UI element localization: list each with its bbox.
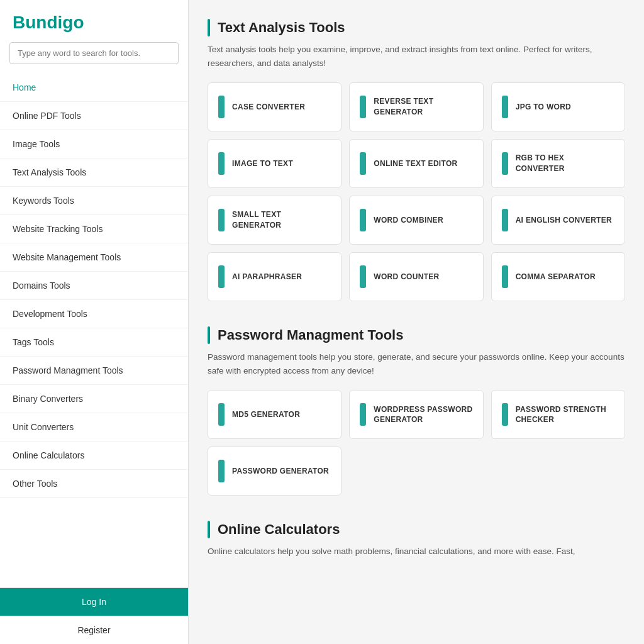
- logo-area: Bundigo: [0, 0, 188, 42]
- tool-card-label: RGB TO HEX CONVERTER: [516, 153, 614, 174]
- main-content: Text Analysis ToolsText analysis tools h…: [189, 0, 644, 644]
- tool-card-label: CASE CONVERTER: [232, 102, 305, 113]
- tool-card-icon: [502, 152, 508, 175]
- tool-grid-password-mgmt: MD5 GENERATORWORDPRESS PASSWORD GENERATO…: [208, 390, 625, 496]
- tool-card-label: IMAGE TO TEXT: [232, 158, 293, 169]
- tool-card-icon: [218, 460, 225, 482]
- sidebar-item-online-calculators[interactable]: Online Calculators: [0, 441, 188, 470]
- tool-card-icon: [502, 96, 508, 118]
- logo-prefix: Bun: [13, 13, 47, 32]
- tool-card-icon: [218, 403, 225, 426]
- tool-card-md5-generator[interactable]: MD5 GENERATOR: [208, 390, 341, 439]
- tool-card-label: SMALL TEXT GENERATOR: [232, 209, 331, 231]
- section-password-mgmt: Password Managment ToolsPassword managem…: [208, 326, 625, 496]
- sidebar-item-text-analysis-tools[interactable]: Text Analysis Tools: [0, 158, 188, 187]
- tool-card-ai-paraphraser[interactable]: AI PARAPHRASER: [208, 252, 341, 301]
- tool-card-label: ONLINE TEXT EDITOR: [374, 158, 457, 169]
- tool-card-label: REVERSE TEXT GENERATOR: [374, 96, 472, 118]
- sidebar-item-image-tools[interactable]: Image Tools: [0, 130, 188, 158]
- tool-grid-text-analysis: CASE CONVERTERREVERSE TEXT GENERATORJPG …: [208, 82, 625, 301]
- sidebar-item-password-managment-tools[interactable]: Password Managment Tools: [0, 357, 188, 385]
- tool-card-icon: [502, 403, 508, 426]
- tool-card-reverse-text-generator[interactable]: REVERSE TEXT GENERATOR: [349, 82, 483, 131]
- section-bar-icon: [208, 521, 210, 538]
- tool-card-label: WORD COUNTER: [374, 272, 439, 282]
- tool-card-password-strength-checker[interactable]: PASSWORD STRENGTH CHECKER: [491, 390, 625, 439]
- sidebar: Bundigo HomeOnline PDF ToolsImage ToolsT…: [0, 0, 189, 644]
- tool-card-word-combiner[interactable]: WORD COMBINER: [349, 196, 483, 245]
- sidebar-item-online-pdf-tools[interactable]: Online PDF Tools: [0, 102, 188, 130]
- section-bar-icon: [208, 326, 210, 344]
- search-box: [9, 42, 179, 64]
- section-desc-text-analysis: Text analysis tools help you examine, im…: [208, 43, 625, 70]
- logo-suffix: digo: [47, 13, 84, 32]
- sidebar-item-tags-tools[interactable]: Tags Tools: [0, 328, 188, 357]
- tool-card-label: AI ENGLISH CONVERTER: [516, 215, 612, 226]
- tool-card-comma-separator[interactable]: COMMA SEPARATOR: [491, 252, 625, 301]
- tool-card-label: COMMA SEPARATOR: [516, 272, 596, 282]
- section-desc-password-mgmt: Password management tools help you store…: [208, 350, 625, 377]
- section-bar-icon: [208, 19, 210, 36]
- section-header-online-calc: Online Calculators: [208, 521, 625, 538]
- sidebar-item-unit-converters[interactable]: Unit Converters: [0, 413, 188, 441]
- sidebar-item-website-tracking-tools[interactable]: Website Tracking Tools: [0, 215, 188, 243]
- tool-card-icon: [360, 209, 366, 231]
- sidebar-item-other-tools[interactable]: Other Tools: [0, 470, 188, 498]
- tool-card-icon: [360, 403, 366, 426]
- sidebar-item-domains-tools[interactable]: Domains Tools: [0, 272, 188, 300]
- section-text-analysis: Text Analysis ToolsText analysis tools h…: [208, 19, 625, 301]
- tool-card-icon: [218, 96, 225, 118]
- tool-card-icon: [360, 96, 366, 118]
- section-title-password-mgmt: Password Managment Tools: [218, 327, 403, 343]
- section-online-calc: Online CalculatorsOnline calculators hel…: [208, 521, 625, 558]
- auth-buttons: Log In Register: [0, 587, 188, 644]
- register-button[interactable]: Register: [0, 616, 188, 644]
- tool-card-label: PASSWORD GENERATOR: [232, 466, 329, 477]
- tool-card-label: WORD COMBINER: [374, 215, 443, 226]
- sidebar-item-home[interactable]: Home: [0, 74, 188, 102]
- sidebar-item-development-tools[interactable]: Development Tools: [0, 300, 188, 328]
- tool-card-wordpress-password-generator[interactable]: WORDPRESS PASSWORD GENERATOR: [349, 390, 483, 439]
- tool-card-label: WORDPRESS PASSWORD GENERATOR: [374, 404, 472, 426]
- login-button[interactable]: Log In: [0, 588, 188, 616]
- sidebar-item-binary-converters[interactable]: Binary Converters: [0, 385, 188, 413]
- tool-card-icon: [360, 265, 366, 288]
- section-header-password-mgmt: Password Managment Tools: [208, 326, 625, 344]
- section-header-text-analysis: Text Analysis Tools: [208, 19, 625, 36]
- tool-card-small-text-generator[interactable]: SMALL TEXT GENERATOR: [208, 196, 341, 245]
- nav-list: HomeOnline PDF ToolsImage ToolsText Anal…: [0, 74, 188, 587]
- tool-card-label: MD5 GENERATOR: [232, 409, 300, 420]
- tool-card-password-generator[interactable]: PASSWORD GENERATOR: [208, 447, 341, 496]
- tool-card-icon: [218, 265, 225, 288]
- tool-card-ai-english-converter[interactable]: AI ENGLISH CONVERTER: [491, 196, 625, 245]
- tool-card-icon: [502, 209, 508, 231]
- tool-card-word-counter[interactable]: WORD COUNTER: [349, 252, 483, 301]
- tool-card-label: AI PARAPHRASER: [232, 272, 302, 282]
- section-desc-online-calc: Online calculators help you solve math p…: [208, 545, 625, 558]
- section-title-online-calc: Online Calculators: [218, 521, 340, 538]
- tool-card-icon: [502, 265, 508, 288]
- tool-card-rgb-to-hex-converter[interactable]: RGB TO HEX CONVERTER: [491, 139, 625, 188]
- tool-card-icon: [218, 152, 225, 175]
- tool-card-label: JPG TO WORD: [516, 102, 571, 113]
- tool-card-icon: [360, 152, 366, 175]
- tool-card-icon: [218, 209, 225, 231]
- tool-card-jpg-to-word[interactable]: JPG TO WORD: [491, 82, 625, 131]
- sidebar-item-website-management-tools[interactable]: Website Management Tools: [0, 243, 188, 272]
- sidebar-item-keywords-tools[interactable]: Keywords Tools: [0, 187, 188, 215]
- tool-card-case-converter[interactable]: CASE CONVERTER: [208, 82, 341, 131]
- tool-card-online-text-editor[interactable]: ONLINE TEXT EDITOR: [349, 139, 483, 188]
- tool-card-image-to-text[interactable]: IMAGE TO TEXT: [208, 139, 341, 188]
- logo[interactable]: Bundigo: [13, 13, 175, 33]
- tool-card-label: PASSWORD STRENGTH CHECKER: [516, 404, 614, 426]
- search-input[interactable]: [9, 42, 179, 64]
- section-title-text-analysis: Text Analysis Tools: [218, 19, 345, 36]
